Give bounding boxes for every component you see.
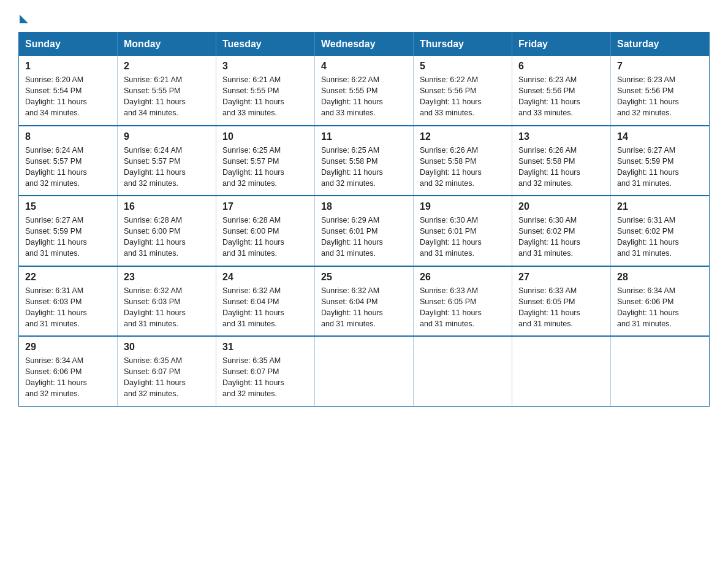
day-number: 4 [321,61,407,72]
calendar-cell [315,336,414,406]
calendar-cell: 30 Sunrise: 6:35 AMSunset: 6:07 PMDaylig… [118,336,216,406]
day-info: Sunrise: 6:30 AMSunset: 6:02 PMDaylight:… [518,216,580,258]
day-number: 9 [124,131,210,142]
day-number: 16 [124,201,210,212]
week-row-4: 22 Sunrise: 6:31 AMSunset: 6:03 PMDaylig… [19,266,710,337]
day-info: Sunrise: 6:32 AMSunset: 6:04 PMDaylight:… [321,286,383,328]
calendar-cell: 28 Sunrise: 6:34 AMSunset: 6:06 PMDaylig… [611,266,710,337]
calendar-cell: 21 Sunrise: 6:31 AMSunset: 6:02 PMDaylig… [611,196,710,266]
day-info: Sunrise: 6:33 AMSunset: 6:05 PMDaylight:… [518,286,580,328]
calendar-cell: 18 Sunrise: 6:29 AMSunset: 6:01 PMDaylig… [315,196,414,266]
calendar-cell: 12 Sunrise: 6:26 AMSunset: 5:58 PMDaylig… [414,126,512,196]
calendar-cell: 17 Sunrise: 6:28 AMSunset: 6:00 PMDaylig… [216,196,315,266]
day-number: 19 [420,201,506,212]
day-info: Sunrise: 6:28 AMSunset: 6:00 PMDaylight:… [222,216,284,258]
day-info: Sunrise: 6:21 AMSunset: 5:55 PMDaylight:… [124,75,186,117]
day-number: 12 [420,131,506,142]
day-info: Sunrise: 6:20 AMSunset: 5:54 PMDaylight:… [25,75,87,117]
header-thursday: Thursday [414,33,512,56]
week-row-5: 29 Sunrise: 6:34 AMSunset: 6:06 PMDaylig… [19,336,710,406]
day-number: 17 [222,201,308,212]
calendar-cell: 22 Sunrise: 6:31 AMSunset: 6:03 PMDaylig… [19,266,118,337]
calendar-cell: 5 Sunrise: 6:22 AMSunset: 5:56 PMDayligh… [414,56,512,126]
logo-arrow-icon [20,15,28,23]
week-row-3: 15 Sunrise: 6:27 AMSunset: 5:59 PMDaylig… [19,196,710,266]
day-info: Sunrise: 6:31 AMSunset: 6:02 PMDaylight:… [617,216,679,258]
day-number: 24 [222,272,308,283]
week-row-1: 1 Sunrise: 6:20 AMSunset: 5:54 PMDayligh… [19,56,710,126]
day-number: 27 [518,272,604,283]
day-info: Sunrise: 6:26 AMSunset: 5:58 PMDaylight:… [420,146,482,188]
calendar-cell [611,336,710,406]
day-info: Sunrise: 6:26 AMSunset: 5:58 PMDaylight:… [518,146,580,188]
calendar-cell: 11 Sunrise: 6:25 AMSunset: 5:58 PMDaylig… [315,126,414,196]
day-info: Sunrise: 6:34 AMSunset: 6:06 PMDaylight:… [25,356,87,398]
calendar-cell: 16 Sunrise: 6:28 AMSunset: 6:00 PMDaylig… [118,196,216,266]
day-info: Sunrise: 6:35 AMSunset: 6:07 PMDaylight:… [222,356,284,398]
day-info: Sunrise: 6:30 AMSunset: 6:01 PMDaylight:… [420,216,482,258]
day-info: Sunrise: 6:32 AMSunset: 6:04 PMDaylight:… [222,286,284,328]
day-info: Sunrise: 6:27 AMSunset: 5:59 PMDaylight:… [617,146,679,188]
day-number: 20 [518,201,604,212]
calendar-cell [414,336,512,406]
calendar-cell: 24 Sunrise: 6:32 AMSunset: 6:04 PMDaylig… [216,266,315,337]
day-number: 21 [617,201,703,212]
day-info: Sunrise: 6:31 AMSunset: 6:03 PMDaylight:… [25,286,87,328]
day-number: 23 [124,272,210,283]
day-number: 14 [617,131,703,142]
calendar-cell: 15 Sunrise: 6:27 AMSunset: 5:59 PMDaylig… [19,196,118,266]
calendar-cell: 8 Sunrise: 6:24 AMSunset: 5:57 PMDayligh… [19,126,118,196]
day-info: Sunrise: 6:35 AMSunset: 6:07 PMDaylight:… [124,356,186,398]
day-number: 6 [518,61,604,72]
calendar-cell: 25 Sunrise: 6:32 AMSunset: 6:04 PMDaylig… [315,266,414,337]
header-friday: Friday [512,33,611,56]
page-header [18,12,710,21]
day-info: Sunrise: 6:24 AMSunset: 5:57 PMDaylight:… [124,146,186,188]
day-number: 11 [321,131,407,142]
week-row-2: 8 Sunrise: 6:24 AMSunset: 5:57 PMDayligh… [19,126,710,196]
day-info: Sunrise: 6:22 AMSunset: 5:56 PMDaylight:… [420,75,482,117]
header-wednesday: Wednesday [315,33,414,56]
day-info: Sunrise: 6:25 AMSunset: 5:58 PMDaylight:… [321,146,383,188]
day-number: 3 [222,61,308,72]
day-info: Sunrise: 6:33 AMSunset: 6:05 PMDaylight:… [420,286,482,328]
day-number: 26 [420,272,506,283]
calendar-cell: 2 Sunrise: 6:21 AMSunset: 5:55 PMDayligh… [118,56,216,126]
calendar-cell: 14 Sunrise: 6:27 AMSunset: 5:59 PMDaylig… [611,126,710,196]
day-number: 15 [25,201,111,212]
day-info: Sunrise: 6:34 AMSunset: 6:06 PMDaylight:… [617,286,679,328]
calendar-cell: 7 Sunrise: 6:23 AMSunset: 5:56 PMDayligh… [611,56,710,126]
day-info: Sunrise: 6:25 AMSunset: 5:57 PMDaylight:… [222,146,284,188]
day-info: Sunrise: 6:22 AMSunset: 5:55 PMDaylight:… [321,75,383,117]
header-monday: Monday [118,33,216,56]
day-number: 1 [25,61,111,72]
calendar-cell: 29 Sunrise: 6:34 AMSunset: 6:06 PMDaylig… [19,336,118,406]
calendar-cell: 10 Sunrise: 6:25 AMSunset: 5:57 PMDaylig… [216,126,315,196]
day-info: Sunrise: 6:29 AMSunset: 6:01 PMDaylight:… [321,216,383,258]
day-info: Sunrise: 6:32 AMSunset: 6:03 PMDaylight:… [124,286,186,328]
day-info: Sunrise: 6:21 AMSunset: 5:55 PMDaylight:… [222,75,284,117]
day-number: 25 [321,272,407,283]
day-info: Sunrise: 6:28 AMSunset: 6:00 PMDaylight:… [124,216,186,258]
calendar-table: SundayMondayTuesdayWednesdayThursdayFrid… [18,32,710,407]
day-info: Sunrise: 6:23 AMSunset: 5:56 PMDaylight:… [518,75,580,117]
header-tuesday: Tuesday [216,33,315,56]
day-info: Sunrise: 6:23 AMSunset: 5:56 PMDaylight:… [617,75,679,117]
day-number: 29 [25,342,111,353]
calendar-header-row: SundayMondayTuesdayWednesdayThursdayFrid… [19,33,710,56]
day-info: Sunrise: 6:27 AMSunset: 5:59 PMDaylight:… [25,216,87,258]
calendar-cell: 26 Sunrise: 6:33 AMSunset: 6:05 PMDaylig… [414,266,512,337]
calendar-cell: 19 Sunrise: 6:30 AMSunset: 6:01 PMDaylig… [414,196,512,266]
day-number: 13 [518,131,604,142]
logo [18,12,28,21]
calendar-cell: 6 Sunrise: 6:23 AMSunset: 5:56 PMDayligh… [512,56,611,126]
day-number: 28 [617,272,703,283]
day-number: 30 [124,342,210,353]
day-number: 18 [321,201,407,212]
calendar-cell [512,336,611,406]
day-number: 31 [222,342,308,353]
day-number: 7 [617,61,703,72]
day-info: Sunrise: 6:24 AMSunset: 5:57 PMDaylight:… [25,146,87,188]
calendar-cell: 31 Sunrise: 6:35 AMSunset: 6:07 PMDaylig… [216,336,315,406]
day-number: 22 [25,272,111,283]
